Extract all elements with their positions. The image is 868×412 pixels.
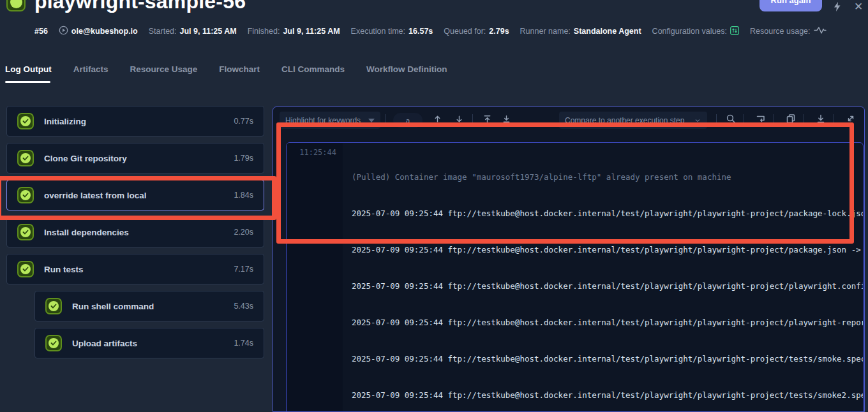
step-install-dependencies[interactable]: Install dependencies 2.20s	[6, 217, 264, 247]
finished-label: Finished:	[248, 27, 280, 36]
toolbar-divider	[804, 114, 804, 125]
execution-meta-row: #56 ole@kubeshop.io Started:Jul 9, 11:25…	[34, 26, 827, 37]
log-timestamp: 11:25:44	[287, 147, 336, 159]
step-duration: 7.17s	[234, 265, 253, 274]
active-tab-underline	[5, 81, 50, 83]
play-circle-icon	[59, 26, 68, 37]
runner-name-label: Runner name:	[520, 27, 571, 36]
log-line: 2025-07-09 09:25:44 ftp://testkube@host.…	[352, 353, 863, 365]
highlight-keywords-placeholder: Highlight for keywords	[285, 116, 361, 125]
step-duration: 5.43s	[234, 302, 253, 311]
tab-flowchart[interactable]: Flowchart	[219, 64, 260, 80]
workflow-status-icon	[6, 0, 26, 11]
sliders-icon[interactable]	[730, 26, 739, 37]
toolbar-divider	[716, 114, 717, 125]
toolbar-divider	[744, 114, 744, 125]
step-run-tests[interactable]: Run tests 7.17s	[6, 254, 264, 284]
toolbar-divider	[774, 114, 774, 125]
check-icon	[45, 298, 62, 314]
log-line: (Pulled) Container image "maurosoft1973/…	[352, 171, 863, 183]
step-clone-git-repository[interactable]: Clone Git repository 1.79s	[6, 143, 264, 173]
log-output-panel: Highlight for keywords a Compare to anot…	[273, 107, 865, 412]
search-icon[interactable]	[725, 113, 737, 124]
log-line: 2025-07-09 09:25:44 ftp://testkube@host.…	[352, 207, 863, 219]
find-next-icon[interactable]	[453, 113, 465, 124]
log-line: 2025-07-09 09:25:44 ftp://testkube@host.…	[352, 280, 863, 292]
finished-value: Jul 9, 11:25 AM	[283, 27, 340, 36]
log-content-box[interactable]: 11:25:44 (Pulled) Container image "mauro…	[286, 142, 864, 412]
find-previous-icon[interactable]	[431, 113, 443, 124]
step-label: Initializing	[44, 117, 86, 126]
tab-cli-commands[interactable]: CLI Commands	[281, 64, 345, 80]
scroll-to-bottom-icon[interactable]	[500, 113, 512, 124]
queued-for-value: 2.79s	[489, 27, 509, 36]
started-label: Started:	[149, 27, 177, 36]
chevron-down-icon	[368, 119, 375, 122]
log-line: 2025-07-09 09:25:44 ftp://testkube@host.…	[352, 389, 863, 401]
tab-resource-usage[interactable]: Resource Usage	[130, 64, 198, 80]
triggered-by: ole@kubeshop.io	[71, 27, 138, 36]
copy-icon[interactable]	[785, 113, 797, 124]
toolbar-divider	[472, 114, 473, 125]
log-timestamp-gutter: 11:25:44	[287, 143, 343, 412]
step-label: Run shell command	[72, 302, 154, 311]
step-duration: 1.79s	[234, 154, 253, 163]
tab-artifacts[interactable]: Artifacts	[73, 64, 108, 80]
expand-icon[interactable]	[845, 113, 857, 124]
match-count-badge: a	[393, 113, 423, 128]
log-line: 2025-07-09 09:25:44 ftp://testkube@host.…	[352, 244, 863, 256]
check-icon	[17, 150, 34, 166]
started-value: Jul 9, 11:25 AM	[180, 27, 237, 36]
queued-for-label: Queued for:	[444, 27, 486, 36]
step-label: Clone Git repository	[44, 154, 127, 163]
download-icon[interactable]	[815, 113, 827, 124]
step-label: Run tests	[44, 265, 84, 274]
configuration-values-label: Configuration values:	[652, 27, 727, 36]
run-again-button[interactable]: Run again	[760, 0, 822, 11]
step-label: override latest from local	[44, 191, 147, 200]
log-lines: (Pulled) Container image "maurosoft1973/…	[343, 143, 863, 412]
resource-usage-label: Resource usage:	[750, 27, 811, 36]
runner-name-value: Standalone Agent	[574, 27, 641, 36]
scroll-to-top-icon[interactable]	[481, 113, 493, 124]
step-duration: 0.77s	[234, 117, 253, 126]
compare-execution-placeholder: Compare to another execution step	[565, 116, 684, 125]
check-icon	[17, 113, 34, 129]
bolt-icon[interactable]	[830, 0, 844, 13]
tab-log-output[interactable]: Log Output	[5, 64, 52, 80]
compare-execution-select[interactable]: Compare to another execution step	[559, 112, 707, 129]
step-override-latest-from-local[interactable]: override latest from local 1.84s	[6, 180, 264, 210]
highlight-keywords-select[interactable]: Highlight for keywords	[280, 112, 380, 129]
execution-time-label: Execution time:	[351, 27, 405, 36]
check-icon	[17, 224, 34, 240]
check-icon	[17, 261, 34, 277]
waveform-icon[interactable]	[814, 26, 827, 36]
close-icon[interactable]: ✕	[851, 0, 865, 13]
wrap-text-icon[interactable]	[755, 113, 767, 124]
check-icon	[17, 187, 34, 203]
log-line: 2025-07-09 09:25:44 ftp://testkube@host.…	[352, 316, 863, 328]
execution-number: #56	[34, 27, 48, 36]
toolbar-divider	[385, 114, 386, 125]
step-duration: 1.84s	[234, 191, 253, 200]
step-run-shell-command[interactable]: Run shell command 5.43s	[34, 291, 264, 321]
step-initializing[interactable]: Initializing 0.77s	[6, 106, 264, 136]
tab-workflow-definition[interactable]: Workflow Definition	[366, 64, 447, 80]
page-title: playwright-sample-56	[34, 0, 246, 13]
execution-time-value: 16.57s	[408, 27, 433, 36]
step-duration: 1.74s	[234, 339, 253, 348]
step-duration: 2.20s	[234, 228, 253, 237]
check-icon	[45, 335, 62, 351]
step-label: Upload artifacts	[72, 339, 137, 348]
toolbar-divider	[834, 114, 834, 125]
step-upload-artifacts[interactable]: Upload artifacts 1.74s	[34, 328, 264, 358]
execution-tabs: Log Output Artifacts Resource Usage Flow…	[5, 64, 447, 80]
step-label: Install dependencies	[44, 228, 129, 237]
